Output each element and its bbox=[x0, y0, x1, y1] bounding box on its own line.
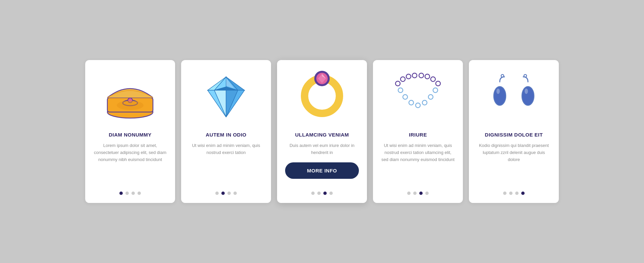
card-text-2: Ut wisi enim ad minim veniam, quis nostr… bbox=[189, 142, 263, 186]
svg-point-28 bbox=[398, 88, 403, 93]
svg-point-26 bbox=[431, 77, 435, 82]
svg-point-29 bbox=[403, 95, 408, 99]
card-text-3: Duis autem vel eum iriure dolor in hendr… bbox=[285, 142, 359, 156]
dot bbox=[131, 192, 135, 195]
svg-point-32 bbox=[422, 100, 427, 105]
svg-point-36 bbox=[494, 87, 506, 105]
ring-icon bbox=[295, 70, 349, 124]
dot bbox=[425, 192, 429, 195]
earrings-icon bbox=[487, 70, 541, 124]
svg-point-39 bbox=[496, 89, 500, 94]
svg-marker-12 bbox=[214, 90, 226, 117]
svg-point-27 bbox=[436, 81, 440, 86]
card-text-1: Lorem ipsum dolor sit amet, consectetuer… bbox=[93, 142, 167, 186]
dots-row-5 bbox=[503, 192, 525, 195]
dot bbox=[329, 192, 333, 195]
svg-point-33 bbox=[428, 95, 433, 99]
dot-active bbox=[419, 192, 423, 195]
dots-row-2 bbox=[215, 192, 237, 195]
dots-row-4 bbox=[407, 192, 429, 195]
svg-point-34 bbox=[433, 88, 438, 93]
card-text-5: Kodio dignissim qui blandit praesent lup… bbox=[477, 142, 551, 186]
card-title-3: ULLAMCING VENIAM bbox=[295, 132, 349, 138]
card-title-1: DIAM NONUMMY bbox=[109, 132, 152, 138]
card-ring: ULLAMCING VENIAM Duis autem vel eum iriu… bbox=[277, 60, 367, 203]
card-necklace: IRIURE Ut wisi enim ad minim veniam, qui… bbox=[373, 60, 463, 203]
ring-box-icon bbox=[103, 70, 157, 124]
more-info-button[interactable]: MORE INFO bbox=[285, 162, 359, 179]
dot bbox=[215, 192, 219, 195]
card-title-5: DIGNISSIM DOLOE EIT bbox=[485, 132, 543, 138]
dot bbox=[233, 192, 237, 195]
card-ring-box: DIAM NONUMMY Lorem ipsum dolor sit amet,… bbox=[85, 60, 175, 203]
card-earrings: DIGNISSIM DOLOE EIT Kodio dignissim qui … bbox=[469, 60, 559, 203]
svg-point-21 bbox=[400, 77, 405, 82]
necklace-icon bbox=[391, 70, 445, 124]
dot-active bbox=[221, 192, 225, 195]
svg-point-25 bbox=[425, 74, 430, 79]
card-text-4: Ut wisi enim ad minim veniam, quis nostr… bbox=[381, 142, 455, 186]
dot bbox=[317, 192, 321, 195]
dot bbox=[515, 192, 519, 195]
svg-point-20 bbox=[395, 81, 400, 86]
svg-point-31 bbox=[416, 103, 420, 108]
svg-point-38 bbox=[522, 87, 534, 105]
dot bbox=[413, 192, 417, 195]
card-title-2: AUTEM IN ODIO bbox=[206, 132, 247, 138]
svg-point-24 bbox=[419, 73, 424, 78]
dot bbox=[125, 192, 129, 195]
cards-container: DIAM NONUMMY Lorem ipsum dolor sit amet,… bbox=[65, 47, 579, 216]
diamond-icon bbox=[199, 70, 253, 124]
dot bbox=[503, 192, 506, 195]
dot bbox=[138, 192, 141, 195]
svg-marker-13 bbox=[226, 90, 238, 117]
svg-point-40 bbox=[525, 89, 528, 94]
dot bbox=[311, 192, 315, 195]
svg-point-22 bbox=[406, 74, 411, 79]
dots-row-3 bbox=[311, 192, 333, 195]
dot-active bbox=[323, 192, 327, 195]
dot bbox=[509, 192, 513, 195]
dot-active bbox=[521, 192, 525, 195]
svg-point-35 bbox=[501, 74, 504, 77]
card-diamond: AUTEM IN ODIO Ut wisi enim ad minim veni… bbox=[181, 60, 271, 203]
svg-point-37 bbox=[524, 74, 527, 77]
svg-point-23 bbox=[412, 73, 417, 78]
dot bbox=[407, 192, 411, 195]
dots-row-1 bbox=[119, 192, 141, 195]
svg-point-30 bbox=[409, 100, 414, 105]
card-title-4: IRIURE bbox=[409, 132, 427, 138]
dot bbox=[227, 192, 231, 195]
dot-active bbox=[119, 192, 123, 195]
svg-point-4 bbox=[117, 101, 144, 110]
